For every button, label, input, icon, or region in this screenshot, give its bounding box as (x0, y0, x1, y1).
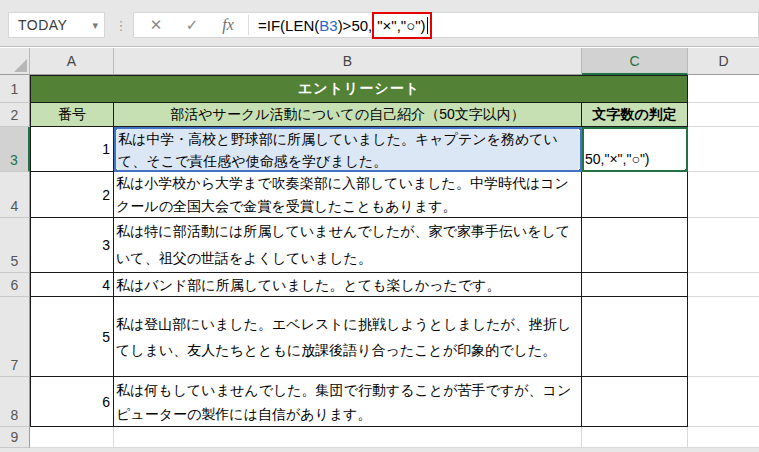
fill-handle-icon[interactable] (684, 168, 688, 172)
row-header-2[interactable]: 2 (0, 103, 30, 127)
cell-b6[interactable]: 私はバンド部に所属していました。とても楽しかったです。 (114, 273, 582, 297)
chevron-down-icon[interactable]: ▾ (92, 19, 104, 32)
cell-d9[interactable] (688, 427, 759, 448)
cell-b2-header-intro[interactable]: 部活やサークル活動についての自己紹介（50文字以内） (114, 103, 582, 127)
cell-a5[interactable]: 3 (30, 218, 114, 273)
insert-function-icon[interactable]: fx (210, 16, 246, 34)
row-7: 7 5 私は登山部にいました。エベレストに挑戦しようとしましたが、挫折してしまい… (0, 297, 759, 377)
cell-c9[interactable] (582, 427, 688, 448)
row-header-8[interactable]: 8 (0, 377, 30, 427)
cell-a2-header-number[interactable]: 番号 (30, 103, 114, 127)
column-header-c[interactable]: C (582, 48, 688, 75)
cell-d6[interactable] (688, 273, 759, 297)
formula-cell-reference: B3 (319, 17, 337, 34)
cell-b4[interactable]: 私は小学校から大学まで吹奏楽部に入部していました。中学時代はコンクールの全国大会… (114, 172, 582, 218)
formula-bar: TODAY ▾ ⋮ ✕ ✓ fx =IF(LEN(B3)>50,"×","○") (0, 0, 759, 47)
cell-b5[interactable]: 私は特に部活動には所属していませんでしたが、家で家事手伝いをしていて、祖父の世話… (114, 218, 582, 273)
selection-handle-icon[interactable] (114, 127, 118, 131)
formula-input-area: ✕ ✓ fx =IF(LEN(B3)>50,"×","○") (133, 12, 759, 38)
red-annotation-box: "×","○") (372, 12, 432, 39)
cell-b3-referenced[interactable]: 私は中学・高校と野球部に所属していました。キャプテンを務めていて、そこで責任感や… (114, 127, 582, 172)
cell-d7[interactable] (688, 297, 759, 377)
cell-a6[interactable]: 4 (30, 273, 114, 297)
column-header-a[interactable]: A (30, 48, 114, 75)
cell-d4[interactable] (688, 172, 759, 218)
row-header-9[interactable]: 9 (0, 427, 30, 448)
cell-d3[interactable] (688, 127, 759, 172)
row-header-6[interactable]: 6 (0, 273, 30, 297)
cell-b9[interactable] (114, 427, 582, 448)
cell-c5[interactable] (582, 218, 688, 273)
selection-handle-icon[interactable] (114, 168, 118, 172)
cell-c3-formula-overflow: 50,"×","○") (585, 151, 650, 167)
cell-c3-editing[interactable]: 50,"×","○") (582, 127, 688, 172)
row-header-3[interactable]: 3 (0, 127, 30, 172)
column-header-row: A B C D (0, 48, 759, 75)
bottom-edge-strip (0, 448, 759, 452)
cell-c7[interactable] (582, 297, 688, 377)
enter-icon[interactable]: ✓ (174, 16, 210, 34)
row-9: 9 (0, 427, 759, 448)
row-header-4[interactable]: 4 (0, 172, 30, 218)
column-header-d[interactable]: D (688, 48, 759, 75)
row-4: 4 2 私は小学校から大学まで吹奏楽部に入部していました。中学時代はコンクールの… (0, 172, 759, 218)
select-all-triangle-icon (14, 59, 27, 72)
row-8: 8 6 私は何もしていませんでした。集団で行動することが苦手ですが、コンピュータ… (0, 377, 759, 427)
cell-a8[interactable]: 6 (30, 377, 114, 427)
formula-text-part1: =IF(LEN( (258, 17, 319, 34)
text-cursor (427, 17, 429, 34)
row-1: 1 エントリーシート (0, 75, 759, 103)
cell-a9[interactable] (30, 427, 114, 448)
name-box-value: TODAY (9, 17, 92, 33)
formula-input[interactable]: =IF(LEN(B3)>50,"×","○") (253, 17, 432, 34)
worksheet-grid: A B C D 1 エントリーシート 2 番号 部活やサークル活動についての自己… (0, 48, 759, 448)
select-all-corner[interactable] (0, 48, 30, 75)
cell-d8[interactable] (688, 377, 759, 427)
cell-b8[interactable]: 私は何もしていませんでした。集団で行動することが苦手ですが、コンピューターの製作… (114, 377, 582, 427)
cell-a4[interactable]: 2 (30, 172, 114, 218)
cell-c6[interactable] (582, 273, 688, 297)
cell-c2-header-judgment[interactable]: 文字数の判定 (582, 103, 688, 127)
row-6: 6 4 私はバンド部に所属していました。とても楽しかったです。 (0, 273, 759, 297)
cell-c8[interactable] (582, 377, 688, 427)
row-2: 2 番号 部活やサークル活動についての自己紹介（50文字以内） 文字数の判定 (0, 103, 759, 127)
row-header-7[interactable]: 7 (0, 297, 30, 377)
cell-c4[interactable] (582, 172, 688, 218)
selection-handle-icon[interactable] (578, 127, 582, 131)
cell-b7[interactable]: 私は登山部にいました。エベレストに挑戦しようとしましたが、挫折してしまい、友人た… (114, 297, 582, 377)
column-header-b[interactable]: B (114, 48, 582, 75)
cell-b3-text: 私は中学・高校と野球部に所属していました。キャプテンを務めていて、そこで責任感や… (118, 128, 578, 172)
formula-text-boxed: "×","○") (377, 17, 425, 34)
cell-a1-title-banner[interactable]: エントリーシート (30, 75, 688, 103)
formula-bar-resize-handle[interactable]: ⋮ (114, 12, 128, 38)
selection-handle-icon[interactable] (578, 168, 582, 172)
divider (248, 15, 249, 35)
cell-d5[interactable] (688, 218, 759, 273)
row-3: 3 1 私は中学・高校と野球部に所属していました。キャプテンを務めていて、そこで… (0, 127, 759, 172)
formula-text-part2: )>50, (338, 17, 373, 34)
cell-a3[interactable]: 1 (30, 127, 114, 172)
cancel-icon[interactable]: ✕ (138, 16, 174, 34)
name-box[interactable]: TODAY ▾ (8, 12, 105, 38)
cell-a7[interactable]: 5 (30, 297, 114, 377)
cell-d1[interactable] (688, 75, 759, 103)
cell-d2[interactable] (688, 103, 759, 127)
row-header-1[interactable]: 1 (0, 75, 30, 103)
row-5: 5 3 私は特に部活動には所属していませんでしたが、家で家事手伝いをしていて、祖… (0, 218, 759, 273)
row-header-5[interactable]: 5 (0, 218, 30, 273)
spreadsheet-window: TODAY ▾ ⋮ ✕ ✓ fx =IF(LEN(B3)>50,"×","○")… (0, 0, 759, 452)
